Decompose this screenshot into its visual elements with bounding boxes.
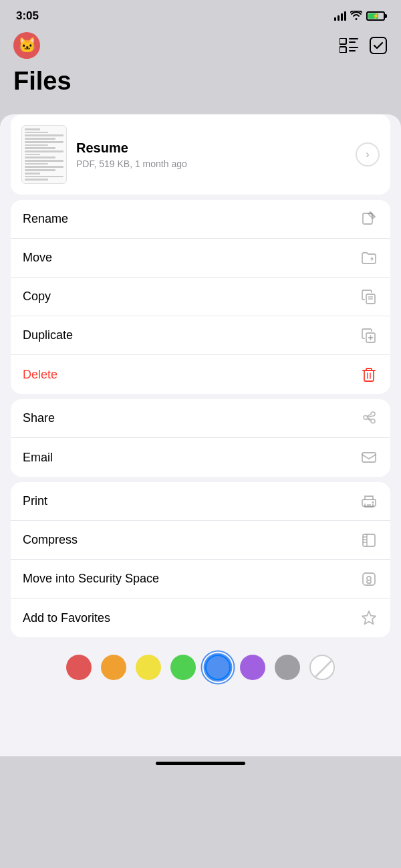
svg-line-27 xyxy=(315,660,332,677)
email-label: Email xyxy=(23,451,53,465)
file-preview[interactable]: Resume PDF, 519 KB, 1 month ago › xyxy=(11,114,390,195)
signal-icon xyxy=(334,11,346,21)
svg-point-19 xyxy=(372,501,374,503)
color-purple[interactable] xyxy=(240,655,265,680)
color-picker xyxy=(0,643,401,689)
app-header: 🐱 xyxy=(0,29,401,64)
bottom-sheet: Resume PDF, 519 KB, 1 month ago › Rename… xyxy=(0,114,401,756)
logo-icon: 🐱 xyxy=(18,37,36,54)
print-icon xyxy=(360,494,378,510)
svg-point-26 xyxy=(367,576,371,580)
compress-icon xyxy=(360,532,378,548)
favorites-icon xyxy=(360,610,378,626)
menu-item-print[interactable]: Print xyxy=(11,482,390,521)
copy-icon xyxy=(360,289,378,305)
list-view-icon[interactable] xyxy=(340,36,358,55)
menu-item-email[interactable]: Email xyxy=(11,438,390,477)
duplicate-icon xyxy=(360,328,378,344)
file-meta: PDF, 519 KB, 1 month ago xyxy=(76,158,346,169)
share-icon xyxy=(360,411,378,427)
menu-item-rename[interactable]: Rename xyxy=(11,200,390,239)
svg-rect-16 xyxy=(362,453,376,462)
menu-item-duplicate[interactable]: Duplicate xyxy=(11,316,390,355)
rename-icon xyxy=(360,211,378,227)
move-icon xyxy=(360,250,378,266)
svg-rect-20 xyxy=(363,534,375,546)
color-yellow[interactable] xyxy=(136,655,161,680)
file-thumbnail xyxy=(21,125,67,184)
menu-item-delete[interactable]: Delete xyxy=(11,355,390,394)
file-name: Resume xyxy=(76,140,346,156)
svg-rect-6 xyxy=(370,37,386,53)
page-title: Files xyxy=(0,64,401,104)
favorites-label: Add to Favorites xyxy=(23,611,110,625)
menu-item-favorites[interactable]: Add to Favorites xyxy=(11,599,390,637)
status-bar: 3:05 ⚡ xyxy=(0,0,401,29)
svg-rect-0 xyxy=(340,38,346,44)
menu-item-compress[interactable]: Compress xyxy=(11,521,390,560)
menu-group-3: Print Compress xyxy=(11,482,390,637)
svg-rect-2 xyxy=(349,38,358,39)
status-time: 3:05 xyxy=(16,9,39,23)
menu-item-move[interactable]: Move xyxy=(11,239,390,278)
share-label: Share xyxy=(23,411,55,425)
delete-icon xyxy=(360,366,378,383)
svg-rect-3 xyxy=(349,41,356,43)
delete-label: Delete xyxy=(23,368,57,382)
svg-rect-7 xyxy=(363,213,372,224)
copy-label: Copy xyxy=(23,290,51,304)
compress-label: Compress xyxy=(23,533,78,547)
menu-item-copy[interactable]: Copy xyxy=(11,278,390,316)
color-none[interactable] xyxy=(309,655,335,680)
color-blue[interactable] xyxy=(205,655,231,680)
color-green[interactable] xyxy=(170,655,196,680)
svg-rect-1 xyxy=(340,47,346,53)
status-icons: ⚡ xyxy=(334,11,385,22)
security-space-icon xyxy=(360,571,378,587)
app-logo[interactable]: 🐱 xyxy=(13,32,40,59)
color-red[interactable] xyxy=(66,655,92,680)
battery-icon: ⚡ xyxy=(366,11,385,21)
home-indicator xyxy=(0,756,401,768)
header-actions xyxy=(340,36,388,55)
move-label: Move xyxy=(23,251,52,265)
menu-group-2: Share Email xyxy=(11,399,390,477)
print-label: Print xyxy=(23,494,47,508)
color-orange[interactable] xyxy=(101,655,126,680)
color-gray[interactable] xyxy=(275,655,300,680)
checkbox-icon[interactable] xyxy=(369,36,388,55)
svg-rect-5 xyxy=(349,50,356,51)
file-info: Resume PDF, 519 KB, 1 month ago xyxy=(76,140,346,169)
wifi-icon xyxy=(350,11,362,22)
rename-label: Rename xyxy=(23,212,68,226)
svg-rect-4 xyxy=(349,47,358,48)
menu-item-security-space[interactable]: Move into Security Space xyxy=(11,560,390,599)
menu-item-share[interactable]: Share xyxy=(11,399,390,438)
menu-group-1: Rename Move Copy xyxy=(11,200,390,394)
duplicate-label: Duplicate xyxy=(23,328,73,342)
email-icon xyxy=(360,449,378,465)
file-chevron-icon[interactable]: › xyxy=(356,142,380,167)
security-space-label: Move into Security Space xyxy=(23,572,159,586)
home-bar xyxy=(156,762,245,765)
